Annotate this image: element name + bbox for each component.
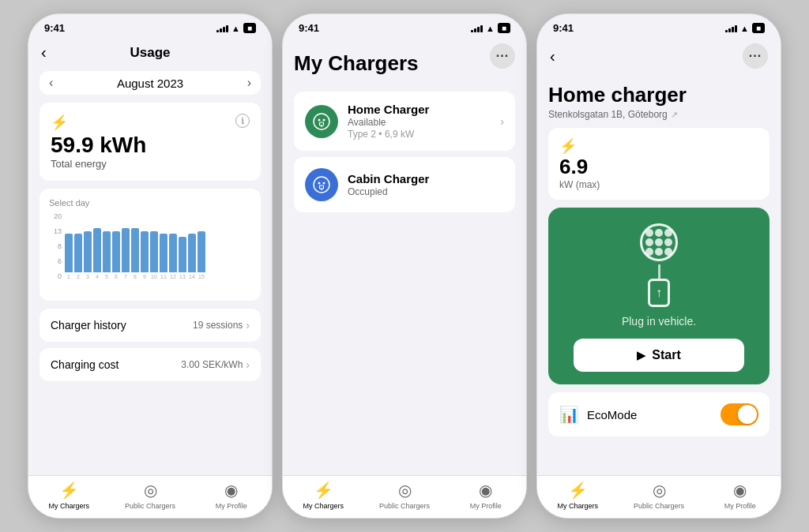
- status-time-2: 9:41: [299, 22, 319, 34]
- chart-bar-10[interactable]: 10: [150, 231, 158, 280]
- tab-bar-3: ⚡ My Chargers ◎ Public Chargers ◉ My Pro…: [537, 475, 781, 518]
- tab-public-chargers-2[interactable]: ◎ Public Chargers: [364, 481, 446, 510]
- chart-yaxis: 20 13 8 6 0: [49, 212, 62, 291]
- kw-unit: kW (max): [559, 179, 758, 190]
- chart-area: 20 13 8 6 0 123456789101112131415: [49, 212, 251, 291]
- chart-bar-4[interactable]: 4: [93, 228, 101, 279]
- charging-cost-row[interactable]: Charging cost 3.00 SEK/kWh ›: [40, 348, 261, 381]
- bar-xlabel-13: 13: [179, 274, 186, 279]
- tab-public-icon-2: ◎: [398, 481, 412, 500]
- ylabel-8: 8: [49, 242, 62, 250]
- phone-chargers: 9:41 ▲ ■ My Chargers ···: [282, 13, 527, 519]
- month-nav: ‹ August 2023 ›: [40, 71, 261, 95]
- tab-my-chargers-2[interactable]: ⚡ My Chargers: [283, 481, 364, 510]
- tab-bar-1: ⚡ My Chargers ◎ Public Chargers ◉ My Pro…: [28, 475, 272, 518]
- status-time-1: 9:41: [44, 22, 65, 34]
- chart-bar-8[interactable]: 8: [131, 228, 139, 279]
- plug-connector-icon: ↑: [648, 279, 670, 307]
- bar-xlabel-11: 11: [160, 274, 167, 279]
- chart-bar-13[interactable]: 13: [179, 237, 186, 279]
- bar-xlabel-14: 14: [189, 274, 195, 279]
- nav-header-usage: ‹ Usage: [28, 37, 272, 65]
- start-button[interactable]: ▶ Start: [574, 339, 743, 372]
- charger-history-value: 19 sessions: [193, 320, 243, 331]
- external-link-icon[interactable]: ↗: [671, 110, 678, 120]
- tab-bar-2: ⚡ My Chargers ◎ Public Chargers ◉ My Pro…: [283, 475, 526, 518]
- chargers-menu-button[interactable]: ···: [490, 43, 515, 69]
- bar-xlabel-15: 15: [198, 274, 205, 279]
- chart-bar-2[interactable]: 2: [74, 234, 82, 279]
- info-button[interactable]: ℹ: [235, 114, 250, 128]
- battery-icon-1: ■: [243, 23, 256, 33]
- ecomode-toggle[interactable]: [721, 403, 758, 425]
- back-button-detail[interactable]: ‹: [550, 47, 572, 66]
- phone-home-charger: 9:41 ▲ ■ ‹ ··· Home charger Stenkolsgata…: [536, 13, 781, 519]
- tab-public-icon-3: ◎: [653, 481, 666, 500]
- wifi-icon-2: ▲: [486, 24, 495, 33]
- ylabel-20: 20: [49, 212, 62, 220]
- ylabel-6: 6: [49, 257, 62, 265]
- tab-chargers-icon-2: ⚡: [314, 481, 333, 500]
- screen-detail: ‹ ··· Home charger Stenkolsgatan 1B, Göt…: [537, 37, 781, 518]
- home-charger-meta: Type 2 • 6,9 kW: [348, 129, 491, 140]
- month-label: August 2023: [117, 77, 183, 90]
- bar-xlabel-8: 8: [134, 274, 137, 279]
- tab-profile-3[interactable]: ◉ My Profile: [699, 481, 781, 510]
- ylabel-0: 0: [49, 272, 62, 280]
- screen-usage: ‹ Usage ‹ August 2023 › ⚡ ℹ 59.9 kWh Tot…: [28, 37, 272, 518]
- tab-chargers-label-1: My Chargers: [49, 502, 90, 510]
- chart-bar-6[interactable]: 6: [112, 231, 120, 280]
- wifi-icon-1: ▲: [231, 24, 240, 33]
- tab-public-chargers-1[interactable]: ◎ Public Chargers: [110, 481, 191, 510]
- start-play-icon: ▶: [637, 349, 645, 362]
- bar-xlabel-3: 3: [86, 274, 89, 279]
- svg-point-6: [318, 182, 321, 185]
- content-usage: ‹ August 2023 › ⚡ ℹ 59.9 kWh Total energ…: [28, 65, 272, 475]
- tab-public-chargers-3[interactable]: ◎ Public Chargers: [619, 481, 700, 510]
- chart-bar-1[interactable]: 1: [65, 234, 73, 279]
- tab-profile-icon-3: ◉: [733, 481, 747, 500]
- prev-month-button[interactable]: ‹: [49, 76, 53, 90]
- plug-icon-area: ↑: [640, 223, 678, 307]
- detail-menu-button[interactable]: ···: [743, 43, 768, 69]
- charger-plug-icon-green: [313, 113, 330, 130]
- status-bar-1: 9:41 ▲ ■: [28, 14, 272, 37]
- svg-point-1: [318, 118, 321, 121]
- status-icons-3: ▲ ■: [725, 23, 765, 33]
- bar-xlabel-12: 12: [170, 274, 176, 279]
- tab-profile-label-2: My Profile: [470, 502, 502, 510]
- chart-card: Select day 20 13 8 6 0 12345678910111213…: [40, 189, 261, 301]
- tab-my-chargers-3[interactable]: ⚡ My Chargers: [537, 481, 619, 510]
- ylabel-13: 13: [49, 227, 62, 235]
- signal-icon-2: [471, 24, 483, 32]
- bar-xlabel-2: 2: [77, 274, 80, 279]
- home-charger-detail-title: Home charger: [548, 78, 769, 109]
- chart-bar-7[interactable]: 7: [122, 228, 130, 279]
- chart-bar-12[interactable]: 12: [169, 234, 177, 279]
- tab-my-chargers-1[interactable]: ⚡ My Chargers: [28, 481, 110, 510]
- plug-cable: [658, 264, 660, 279]
- signal-icon-3: [725, 24, 737, 32]
- chart-bar-9[interactable]: 9: [141, 231, 149, 280]
- svg-point-2: [323, 118, 325, 121]
- chart-bar-11[interactable]: 11: [160, 234, 167, 279]
- tab-profile-2[interactable]: ◉ My Profile: [445, 481, 526, 510]
- chart-bar-5[interactable]: 5: [103, 231, 111, 280]
- bar-xlabel-7: 7: [124, 274, 127, 279]
- chargers-nav: My Chargers ···: [294, 40, 515, 85]
- next-month-button[interactable]: ›: [247, 76, 251, 90]
- tab-profile-1[interactable]: ◉ My Profile: [190, 481, 272, 510]
- home-charger-card[interactable]: Home Charger Available Type 2 • 6,9 kW ›: [294, 92, 515, 151]
- charge-action-card: ↑ Plug in vehicle. ▶ Start: [548, 208, 769, 384]
- charger-history-label: Charger history: [51, 319, 126, 332]
- cabin-charger-card[interactable]: Cabin Charger Occupied: [294, 157, 515, 212]
- tab-chargers-icon-1: ⚡: [59, 481, 79, 500]
- chart-bar-14[interactable]: 14: [188, 234, 196, 279]
- charger-history-row[interactable]: Charger history 19 sessions ›: [40, 309, 261, 342]
- ecomode-bar-icon: 📊: [559, 405, 579, 424]
- home-charger-icon: [305, 105, 338, 138]
- chart-bar-15[interactable]: 15: [198, 231, 205, 280]
- chart-bar-3[interactable]: 3: [84, 231, 92, 280]
- tab-public-label-2: Public Chargers: [379, 502, 430, 510]
- back-button-usage[interactable]: ‹: [41, 43, 63, 62]
